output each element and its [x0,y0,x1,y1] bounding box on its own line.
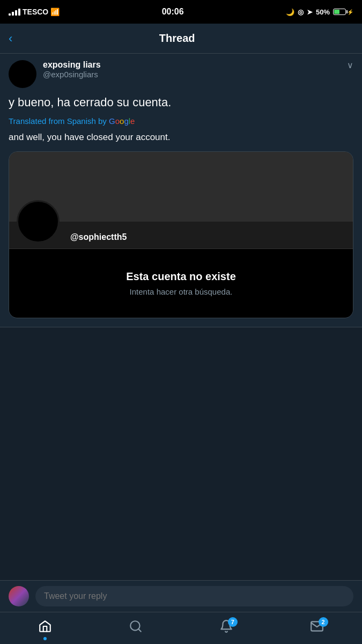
moon-icon: 🌙 [286,8,294,16]
battery-percent: 50% [316,8,330,16]
google-brand: Google [109,116,135,126]
card-not-exist-subtitle: Intenta hacer otra búsqueda. [20,287,342,296]
tweet-user-info: exposing liars @exp0singliars [43,60,347,79]
translation-prefix: Translated from Spanish by [9,116,109,126]
card-not-exist-section: Esta cuenta no existe Intenta hacer otra… [9,249,353,318]
status-left: TESCO 📶 [9,8,60,16]
bottom-nav: 7 2 [0,612,362,644]
chevron-down-icon[interactable]: ∨ [347,60,353,70]
nav-header: ‹ Thread [0,24,362,54]
google-g2: g [124,116,128,126]
tweet-container: exposing liars @exp0singliars ∨ y bueno,… [0,54,362,327]
home-active-dot [43,637,47,640]
username: @exp0singliars [43,70,347,79]
status-right: 🌙 ◎ ➤ 50% ⚡ [286,8,353,16]
translation-line: Translated from Spanish by Google [9,116,353,126]
display-name: exposing liars [43,60,347,70]
card-avatar [17,200,60,243]
location-icon: ◎ [298,8,304,16]
messages-nav-item[interactable]: 2 [310,619,324,637]
status-bar: TESCO 📶 00:06 🌙 ◎ ➤ 50% ⚡ [0,0,362,24]
google-g: G [109,116,115,126]
avatar [9,60,36,88]
card-username: @sophiectth5 [70,232,127,242]
search-nav-item[interactable] [129,619,143,637]
reply-bar [0,580,362,612]
svg-line-1 [138,629,141,632]
google-e: e [130,116,135,126]
back-button[interactable]: ‹ [9,32,12,46]
battery-bolt-icon: ⚡ [347,9,353,15]
tweet-header: exposing liars @exp0singliars ∨ [9,60,353,88]
notifications-badge: 7 [228,617,238,627]
battery-icon: ⚡ [333,9,353,15]
translated-text: and well, you have closed your account. [9,131,353,144]
tweet-text: y bueno, ha cerrado su cuenta. [9,94,353,111]
reply-avatar [9,586,29,606]
reply-avatar-image [9,586,29,606]
main-content: exposing liars @exp0singliars ∨ y bueno,… [0,54,362,397]
reply-input[interactable] [35,586,353,606]
embedded-card: @sophiectth5 Esta cuenta no existe Inten… [9,151,353,318]
messages-badge: 2 [319,617,328,627]
card-profile-section: @sophiectth5 [9,222,353,248]
google-o1: o [115,116,120,126]
search-icon [129,619,143,637]
page-title: Thread [21,32,333,45]
carrier-label: TESCO [23,8,48,16]
status-time: 00:06 [162,7,184,17]
wifi-icon: 📶 [50,8,60,16]
card-header-background [9,152,353,222]
home-icon [38,619,52,637]
navigation-icon: ➤ [307,8,313,16]
home-nav-item[interactable] [38,619,52,637]
signal-bars-icon [9,9,20,16]
notifications-nav-item[interactable]: 7 [219,619,233,637]
card-not-exist-title: Esta cuenta no existe [20,270,342,283]
